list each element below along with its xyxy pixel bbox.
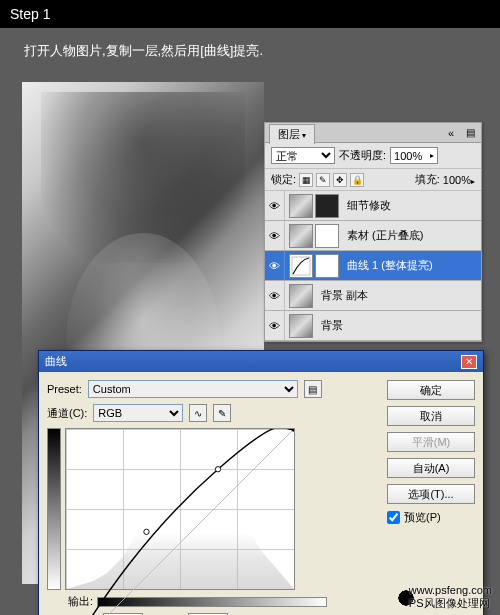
layer-name[interactable]: 背景: [317, 318, 481, 333]
preset-select[interactable]: Custom: [88, 380, 298, 398]
visibility-icon[interactable]: 👁: [265, 251, 285, 280]
step-header: Step 1: [0, 0, 500, 28]
curves-title-text: 曲线: [45, 354, 67, 369]
blend-mode-select[interactable]: 正常: [271, 147, 335, 164]
lock-all-icon[interactable]: 🔒: [350, 173, 364, 187]
lock-transparency-icon[interactable]: ▦: [299, 173, 313, 187]
output-label: 输出:: [47, 594, 97, 609]
chevron-down-icon: ▾: [302, 131, 306, 140]
mask-thumb[interactable]: [315, 194, 339, 218]
tab-layers[interactable]: 图层▾: [269, 124, 315, 144]
layer-row[interactable]: 👁 素材 (正片叠底): [265, 221, 481, 251]
curves-icon: [291, 256, 311, 276]
visibility-icon[interactable]: 👁: [265, 221, 285, 250]
chevron-right-icon: ▸: [430, 151, 434, 160]
close-icon[interactable]: ✕: [461, 355, 477, 369]
fill-field[interactable]: 100%▸: [443, 174, 475, 186]
input-gradient: [97, 597, 327, 607]
curve-grid[interactable]: [65, 428, 295, 590]
channel-select[interactable]: RGB: [93, 404, 183, 422]
layer-list: 👁 细节修改 👁 素材 (正片叠底) 👁 曲线 1 (整体提亮) 👁 背景 副本…: [265, 191, 481, 341]
lock-position-icon[interactable]: ✥: [333, 173, 347, 187]
svg-rect-0: [292, 257, 310, 275]
curve-area: [47, 428, 379, 590]
channel-label: 通道(C):: [47, 406, 87, 421]
lock-pixels-icon[interactable]: ✎: [316, 173, 330, 187]
lock-label: 锁定:: [271, 172, 296, 187]
layer-name[interactable]: 素材 (正片叠底): [343, 228, 481, 243]
mask-thumb[interactable]: [315, 224, 339, 248]
layer-thumb[interactable]: [289, 284, 313, 308]
preset-label: Preset:: [47, 383, 82, 395]
preview-checkbox[interactable]: 预览(P): [387, 510, 475, 525]
panel-menu-icon[interactable]: ▤: [460, 127, 481, 138]
layer-row[interactable]: 👁 背景 副本: [265, 281, 481, 311]
preset-menu-icon[interactable]: ▤: [304, 380, 322, 398]
visibility-icon[interactable]: 👁: [265, 191, 285, 220]
options-button[interactable]: 选项(T)...: [387, 484, 475, 504]
panel-collapse-icon[interactable]: «: [442, 127, 460, 139]
layer-row[interactable]: 👁 曲线 1 (整体提亮): [265, 251, 481, 281]
curves-dialog: 曲线 ✕ Preset: Custom ▤ 通道(C): RGB ∿ ✎: [38, 350, 484, 615]
opacity-label: 不透明度:: [339, 148, 386, 163]
chevron-right-icon: ▸: [471, 177, 475, 186]
fill-label: 填充:: [415, 172, 440, 187]
adjustment-thumb[interactable]: [289, 254, 313, 278]
layer-row[interactable]: 👁 背景: [265, 311, 481, 341]
watermark: www.psfeng.com PS风图像处理网: [409, 584, 492, 611]
instruction-text: 打开人物图片,复制一层,然后用[曲线]提亮.: [0, 28, 500, 74]
layers-lockrow: 锁定: ▦ ✎ ✥ 🔒 填充: 100%▸: [265, 169, 481, 191]
mask-thumb[interactable]: [315, 254, 339, 278]
output-gradient: [47, 428, 61, 590]
layer-name[interactable]: 细节修改: [343, 198, 481, 213]
layer-name[interactable]: 曲线 1 (整体提亮): [343, 258, 481, 273]
visibility-icon[interactable]: 👁: [265, 311, 285, 340]
curves-titlebar[interactable]: 曲线 ✕: [39, 351, 483, 372]
layer-thumb[interactable]: [289, 194, 313, 218]
auto-button[interactable]: 自动(A): [387, 458, 475, 478]
layers-panel: 图层▾ « ▤ 正常 不透明度: 100%▸ 锁定: ▦ ✎ ✥ 🔒 填充: 1…: [264, 122, 482, 342]
layer-thumb[interactable]: [289, 224, 313, 248]
curve-point-tool-icon[interactable]: ∿: [189, 404, 207, 422]
visibility-icon[interactable]: 👁: [265, 281, 285, 310]
ok-button[interactable]: 确定: [387, 380, 475, 400]
curve-pencil-tool-icon[interactable]: ✎: [213, 404, 231, 422]
layer-row[interactable]: 👁 细节修改: [265, 191, 481, 221]
cancel-button[interactable]: 取消: [387, 406, 475, 426]
layers-panel-tabbar: 图层▾ « ▤: [265, 123, 481, 143]
layer-thumb[interactable]: [289, 314, 313, 338]
layers-blendrow: 正常 不透明度: 100%▸: [265, 143, 481, 169]
layer-name[interactable]: 背景 副本: [317, 288, 481, 303]
opacity-field[interactable]: 100%▸: [390, 147, 438, 164]
smooth-button[interactable]: 平滑(M): [387, 432, 475, 452]
